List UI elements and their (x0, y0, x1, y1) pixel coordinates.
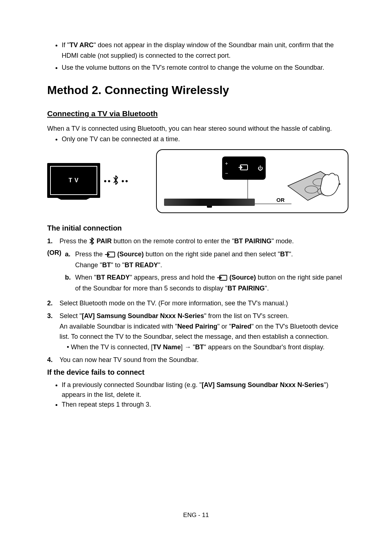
step-1: 1. Press the PAIR button on the remote c… (47, 236, 348, 247)
fail-bullet-2: Then repeat steps 1 through 3. (62, 400, 348, 410)
steps-list: 1. Press the PAIR button on the remote c… (47, 236, 348, 247)
step-3: 3. Select "[AV] Samsung Soundbar Nxxx N-… (47, 311, 348, 353)
lead-bullet: Only one TV can be connected at a time. (62, 134, 348, 144)
step-3-nested-bullet: When the TV is connected, [TV Name] → "B… (67, 342, 348, 353)
intro-bullet-list: If "TV ARC" does not appear in the displ… (62, 40, 348, 73)
power-icon: ⏻ (258, 165, 263, 171)
soundbar-device-box: +− ⏻ OR (156, 149, 348, 213)
intro-bullet-1: If "TV ARC" does not appear in the displ… (62, 40, 348, 61)
bluetooth-signal-icon: •• •• (104, 175, 128, 188)
bluetooth-icon (112, 175, 119, 188)
lead-bullet-list: Only one TV can be connected at a time. (62, 134, 348, 144)
or-block: (OR) a. Press the (Source) button on the… (47, 249, 348, 296)
step-4: 4. You can now hear TV sound from the So… (47, 355, 348, 365)
initial-connection-heading: The initial connection (47, 224, 348, 232)
sub-step-a: a. Press the (Source) button on the righ… (65, 249, 348, 270)
tv-label: T V (69, 177, 79, 184)
source-icon (105, 249, 115, 260)
page-footer: ENG - 11 (0, 512, 392, 519)
soundbar-touch-icon (286, 170, 340, 206)
intro-bullet-2: Use the volume buttons on the TV's remot… (62, 62, 348, 73)
minus-icon: − (225, 170, 228, 176)
tv-group: T V •• •• (47, 163, 128, 200)
lead-text: When a TV is connected using Bluetooth, … (47, 124, 348, 134)
fail-bullet-1: If a previously connected Soundbar listi… (62, 380, 348, 400)
connection-diagram: T V •• •• +− (47, 149, 348, 213)
source-icon (217, 273, 228, 283)
source-panel-icon (237, 164, 249, 173)
method-heading: Method 2. Connecting Wirelessly (47, 84, 348, 97)
steps-list-cont: 2. Select Bluetooth mode on the TV. (For… (47, 298, 348, 365)
plus-icon: + (225, 160, 228, 166)
sub-step-b: b. When "BT READY" appears, press and ho… (65, 272, 348, 293)
tv-icon: T V (47, 163, 100, 198)
fail-bullet-list: If a previously connected Soundbar listi… (62, 380, 348, 410)
soundbar-icon (164, 199, 255, 206)
step-2: 2. Select Bluetooth mode on the TV. (For… (47, 298, 348, 309)
or-marker: (OR) (47, 249, 61, 296)
hand-tap-icon (320, 173, 339, 196)
fail-heading: If the device fails to connect (47, 368, 348, 377)
subsection-heading: Connecting a TV via Bluetooth (47, 109, 158, 118)
bluetooth-icon (89, 236, 95, 247)
